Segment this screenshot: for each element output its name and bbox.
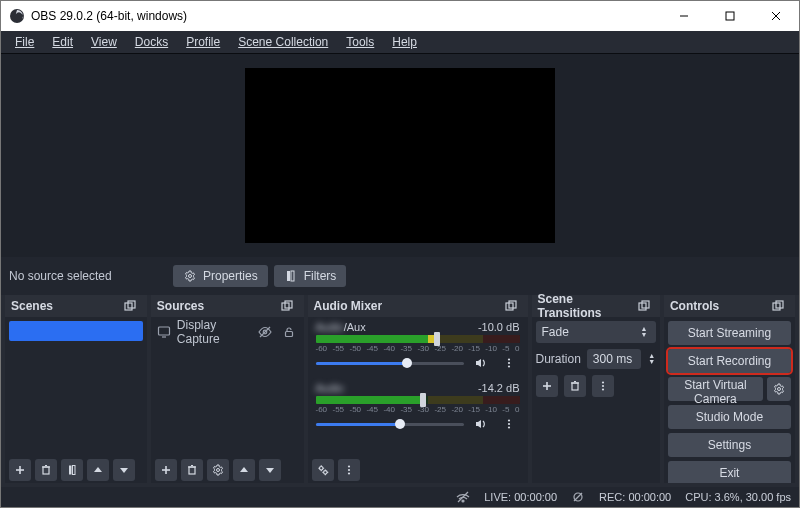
minimize-button[interactable] [661,1,707,31]
transitions-dock: Scene Transitions Fade ▲▼ Duration 300 m… [532,295,660,483]
svg-point-5 [189,275,192,278]
scene-remove-button[interactable] [35,459,57,481]
chevron-up-down-icon[interactable]: ▲▼ [647,353,656,365]
audio-mixer-dock: Audio Mixer Audio/Aux -10.0 dB -60-55-50… [308,295,528,483]
menu-scene-collection[interactable]: Scene Collection [230,34,336,50]
display-capture-icon [157,325,171,339]
menu-file-label: File [15,35,34,49]
speaker-icon[interactable] [470,413,492,435]
svg-point-52 [601,388,603,390]
start-virtual-camera-button[interactable]: Start Virtual Camera [668,377,763,401]
scene-move-up-button[interactable] [87,459,109,481]
dock-popout-icon[interactable] [119,295,141,317]
virtual-camera-settings-button[interactable] [767,377,791,401]
menu-help[interactable]: Help [384,34,425,50]
svg-point-38 [319,467,323,471]
mixer-volume-slider[interactable] [316,356,464,370]
no-source-label: No source selected [7,269,167,283]
controls-title: Controls [670,299,719,313]
source-move-down-button[interactable] [259,459,281,481]
mixer-channel-menu-button[interactable] [498,413,520,435]
scene-item[interactable] [9,321,143,341]
filters-button[interactable]: Filters [274,265,347,287]
svg-rect-15 [69,466,72,475]
source-toolbar: No source selected Properties Filters [1,257,799,295]
mixer-advanced-button[interactable] [312,459,334,481]
menu-tools[interactable]: Tools [338,34,382,50]
mixer-channel: Audio/Aux -10.0 dB -60-55-50-45-40-35-30… [312,321,524,374]
studio-mode-button[interactable]: Studio Mode [668,405,791,429]
mixer-channel-db: -10.0 dB [478,321,520,333]
dock-popout-icon[interactable] [276,295,298,317]
menu-bar: File Edit View Docks Profile Scene Colle… [1,31,799,53]
preview-canvas[interactable] [245,68,555,243]
sources-title: Sources [157,299,204,313]
transition-duration-input[interactable]: 300 ms [587,349,642,369]
start-streaming-button[interactable]: Start Streaming [668,321,791,345]
transition-menu-button[interactable] [592,375,614,397]
svg-rect-7 [291,271,294,281]
preview-area [1,53,799,257]
menu-profile[interactable]: Profile [178,34,228,50]
svg-rect-12 [43,467,49,474]
transitions-title: Scene Transitions [538,292,634,320]
svg-point-32 [507,358,509,360]
svg-rect-6 [287,271,290,281]
source-move-up-button[interactable] [233,459,255,481]
transition-remove-button[interactable] [564,375,586,397]
speaker-icon[interactable] [470,352,492,374]
scene-filter-button[interactable] [61,459,83,481]
exit-button[interactable]: Exit [668,461,791,483]
svg-point-42 [347,472,349,474]
menu-view[interactable]: View [83,34,125,50]
mixer-channel-menu-button[interactable] [498,352,520,374]
gear-icon [183,269,197,283]
source-lock-button[interactable] [280,321,297,343]
scene-move-down-button[interactable] [113,459,135,481]
source-remove-button[interactable] [181,459,203,481]
transition-selected-label: Fade [542,325,569,339]
settings-button[interactable]: Settings [668,433,791,457]
menu-edit[interactable]: Edit [44,34,81,50]
mixer-scale: -60-55-50-45-40-35-30-25-20-15-10-50 [316,405,520,413]
menu-docks[interactable]: Docks [127,34,176,50]
status-bar: LIVE: 00:00:00 REC: 00:00:00 CPU: 3.6%, … [1,487,799,507]
dock-popout-icon[interactable] [767,295,789,317]
mixer-channel-name: Audio [316,382,344,394]
source-item-label: Display Capture [177,318,245,346]
scenes-dock: Scenes [5,295,147,483]
transition-add-button[interactable] [536,375,558,397]
audio-mixer-header: Audio Mixer [308,295,528,317]
menu-scene-collection-label: Scene Collection [238,35,328,49]
titlebar: OBS 29.0.2 (64-bit, windows) [1,1,799,31]
transition-select[interactable]: Fade ▲▼ [536,321,656,343]
svg-point-50 [601,381,603,383]
svg-point-51 [601,385,603,387]
obs-logo-icon [9,8,25,24]
sources-header: Sources [151,295,304,317]
mixer-level-meter [316,335,520,343]
mixer-channel-name: Audio/Aux [316,321,366,333]
mixer-volume-slider[interactable] [316,417,464,431]
maximize-button[interactable] [707,1,753,31]
source-add-button[interactable] [155,459,177,481]
menu-tools-label: Tools [346,35,374,49]
status-rec-time: 00:00:00 [628,491,671,503]
source-item[interactable]: Display Capture [155,321,300,343]
dock-popout-icon[interactable] [500,295,522,317]
dock-popout-icon[interactable] [633,295,654,317]
menu-file[interactable]: File [7,34,42,50]
status-live-label: LIVE: [484,491,511,503]
mixer-menu-button[interactable] [338,459,360,481]
audio-mixer-title: Audio Mixer [314,299,383,313]
record-status-icon [571,490,585,504]
scene-add-button[interactable] [9,459,31,481]
mixer-level-meter [316,396,520,404]
properties-button[interactable]: Properties [173,265,268,287]
close-button[interactable] [753,1,799,31]
source-properties-button[interactable] [207,459,229,481]
source-visibility-button[interactable] [257,321,274,343]
svg-rect-2 [726,12,734,20]
svg-point-39 [323,471,327,475]
start-recording-button[interactable]: Start Recording [668,349,791,373]
